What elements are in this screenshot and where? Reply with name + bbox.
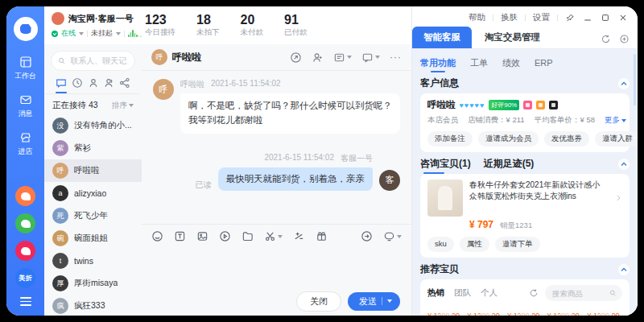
refresh-recommend-icon[interactable] xyxy=(529,288,539,298)
shortcut-phrase-icon[interactable] xyxy=(293,230,305,242)
more-link[interactable]: 更多 xyxy=(605,115,626,126)
status-caret-icon[interactable] xyxy=(79,32,84,35)
close-button[interactable]: 关闭 xyxy=(296,291,341,312)
pin-icon[interactable] xyxy=(565,13,575,23)
chevron-right-icon[interactable] xyxy=(614,194,622,202)
maximize-icon[interactable] xyxy=(601,13,610,23)
contact-search[interactable] xyxy=(51,51,135,71)
emoji-icon[interactable] xyxy=(151,230,163,242)
contact-search-input[interactable] xyxy=(68,56,128,66)
minimize-icon[interactable] xyxy=(583,13,592,23)
qianniu-logo-icon[interactable] xyxy=(14,17,38,41)
skin-link[interactable]: 换肤 xyxy=(501,12,518,23)
list-item[interactable]: 碗 碗面姐姐 xyxy=(44,227,142,250)
stats-header: 123今日接待 18未拍下 20未付款 91已付款 xyxy=(142,6,411,44)
recommend-product[interactable]: ¥ 1299.00 xyxy=(427,307,463,316)
file-icon[interactable] xyxy=(242,230,254,242)
caret-down-icon xyxy=(375,56,380,59)
tab-personal[interactable]: 个人 xyxy=(481,287,497,299)
image-icon[interactable] xyxy=(196,230,208,242)
panel-scrollbar[interactable] xyxy=(634,54,636,105)
close-window-icon[interactable] xyxy=(618,13,628,23)
tab-share-network[interactable] xyxy=(119,77,130,89)
tab-inquiry-items[interactable]: 咨询宝贝(1) xyxy=(420,157,471,171)
product-search-input[interactable] xyxy=(551,288,607,299)
list-item[interactable]: 死 死飞少年 xyxy=(44,204,142,227)
avatar: t xyxy=(52,253,68,269)
recommend-product[interactable]: ¥ 1299.00 xyxy=(547,307,583,316)
app-shortcut-meizhe-icon[interactable]: 美折 xyxy=(15,268,35,288)
product-title: 春秋牛仔外套女2021年新款设计感小众韩版宽松炸街夹克上衣潮ins xyxy=(469,180,608,202)
list-item[interactable]: 紫 紫衫 xyxy=(44,137,142,159)
list-item-selected[interactable]: 呼 呼啦啦 xyxy=(44,159,142,182)
subtab-erp[interactable]: ERP xyxy=(535,58,553,68)
reply-mode-icon[interactable] xyxy=(383,230,402,242)
account-avatar[interactable] xyxy=(52,12,64,25)
tab-conversations[interactable] xyxy=(56,77,67,89)
sku-button[interactable]: sku xyxy=(427,237,454,252)
add-note-button[interactable]: 添加备注 xyxy=(427,131,473,147)
transfer-icon[interactable] xyxy=(290,52,302,64)
screenshot-icon[interactable] xyxy=(264,230,283,242)
recommend-product[interactable]: ¥ 1299.00 xyxy=(587,307,622,316)
message-input-area[interactable] xyxy=(142,248,411,287)
product-search[interactable] xyxy=(545,285,622,301)
hold-caret-icon[interactable] xyxy=(116,32,121,35)
hamburger-menu-icon[interactable] xyxy=(20,297,31,306)
workbench-icon xyxy=(19,56,32,68)
list-item[interactable]: t twins xyxy=(44,250,142,272)
tab-taobao-trade[interactable]: 淘宝交易管理 xyxy=(472,27,553,48)
send-button[interactable]: 发送 xyxy=(348,292,400,311)
help-link[interactable]: 帮助 xyxy=(469,12,485,23)
send-to-icon[interactable] xyxy=(361,230,373,242)
send-options-caret-icon[interactable] xyxy=(387,299,392,303)
app-shortcut-2-icon[interactable] xyxy=(15,213,35,233)
text-format-icon[interactable] xyxy=(174,230,186,242)
app-shortcut-3-icon[interactable] xyxy=(15,241,35,261)
refresh-icon[interactable] xyxy=(601,34,611,44)
subtab-performance[interactable]: 绩效 xyxy=(502,57,520,69)
send-coupon-button[interactable]: 发优惠券 xyxy=(544,131,589,147)
rail-item-messages[interactable]: 消息 xyxy=(19,93,33,119)
avatar: 厚 xyxy=(52,275,68,291)
invite-group-button[interactable]: 邀请入群 xyxy=(595,131,638,147)
tab-hot-sale[interactable]: 热销 xyxy=(427,287,444,299)
recommend-product[interactable]: ¥ 1299.00 xyxy=(507,307,543,316)
recommend-product[interactable]: ¥ 1299.00 xyxy=(468,307,503,316)
settings-link[interactable]: 设置 xyxy=(533,12,550,23)
forward-chat-icon[interactable] xyxy=(361,52,380,64)
tab-smart-service[interactable]: 智能客服 xyxy=(412,27,472,48)
list-item[interactable]: a alizyxiao xyxy=(44,182,142,204)
more-actions-icon[interactable]: ··· xyxy=(390,52,402,63)
rail-item-workbench[interactable]: 工作台 xyxy=(14,56,36,81)
avatar: 死 xyxy=(52,208,68,224)
subtab-common[interactable]: 常用功能 xyxy=(420,57,456,69)
order-list-icon[interactable] xyxy=(333,52,352,64)
inquiry-product-card[interactable]: 春秋牛仔外套女2021年新款设计感小众韩版宽松炸街夹克上衣潮ins ¥ 797 … xyxy=(420,174,630,258)
subtab-workorder[interactable]: 工单 xyxy=(470,57,488,69)
add-contact-icon[interactable] xyxy=(312,52,324,64)
attributes-button[interactable]: 属性 xyxy=(460,237,489,252)
collapse-inquiry-icon[interactable] xyxy=(618,159,630,170)
collapse-customer-icon[interactable] xyxy=(618,78,630,89)
tab-colleagues[interactable] xyxy=(103,77,114,89)
tab-recent-footprints[interactable]: 近期足迹(5) xyxy=(484,157,535,171)
tab-history[interactable] xyxy=(72,77,83,89)
list-item[interactable]: 没 没有特角的小... xyxy=(44,114,142,137)
add-plugin-icon[interactable] xyxy=(619,34,630,44)
collapse-recommend-icon[interactable] xyxy=(618,264,630,275)
list-item[interactable]: 厚 厚街misaya xyxy=(44,272,142,295)
list-item[interactable]: 疯 疯狂333 xyxy=(44,295,142,316)
app-shortcut-1-icon[interactable] xyxy=(15,186,35,206)
hold-status[interactable]: 未挂起 xyxy=(91,28,113,39)
video-icon[interactable] xyxy=(219,230,231,242)
more-caret-icon xyxy=(621,119,626,122)
sort-control[interactable]: 排序 xyxy=(112,101,134,111)
invite-member-button[interactable]: 邀请成为会员 xyxy=(478,131,539,147)
invite-order-button[interactable]: 邀请下单 xyxy=(495,237,540,252)
gift-icon[interactable] xyxy=(316,230,328,242)
rail-item-shop[interactable]: 进店 xyxy=(19,131,33,157)
tab-team[interactable]: 团队 xyxy=(454,287,471,299)
tab-contacts[interactable] xyxy=(88,77,99,89)
online-status[interactable]: 在线 xyxy=(61,28,76,39)
